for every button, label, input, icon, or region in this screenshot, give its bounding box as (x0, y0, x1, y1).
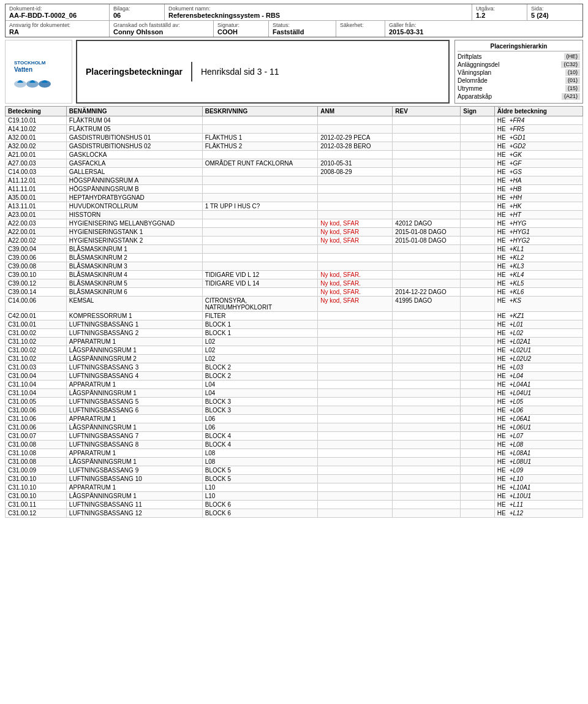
cell-anm: Ny kod, SFAR. (318, 279, 393, 288)
cell-beteckning: C31.10.04 (6, 380, 67, 389)
cell-benamning: GASKLOCKA (66, 151, 202, 159)
cell-aldre: HE+L08 (494, 441, 582, 449)
cell-benamning: LUFTNINGSBASSANG 9 (66, 466, 202, 475)
cell-aldre: HE+KL6 (494, 288, 582, 297)
table-row: C31.10.10 APPARATRUM 1 L10 HE+L10A1 (6, 483, 583, 492)
cell-benamning: BLÅSMASKINRUM 1 (66, 245, 202, 254)
cell-beteckning: C31.00.10 (6, 492, 67, 501)
doc-id-cell: Dokument-id: AA-F-BDD-T-0002_06 (6, 4, 110, 20)
cell-rev (393, 151, 461, 159)
cell-benamning: LÅGSPÄNNINGSRUM 1 (66, 458, 202, 466)
cell-aldre: HE+L06 (494, 406, 582, 415)
cell-aldre: HE+L10 (494, 475, 582, 483)
cell-benamning: LUFTNINGSBASSANG 5 (66, 398, 202, 406)
cell-beskrivning: FLÄKTHUS 2 (202, 142, 318, 151)
cell-benamning: KOMPRESSORRUM 1 (66, 312, 202, 320)
hierarchy-row: Våningsplan(10) (458, 69, 580, 77)
sida-cell: Sida: 5 (24) (527, 4, 582, 20)
galler-cell: Gäller från: 2015-03-31 (385, 21, 582, 37)
cell-sign (461, 492, 494, 501)
granskad-value: Conny Ohlsson (113, 28, 209, 36)
cell-sign (461, 271, 494, 279)
cell-beskrivning (202, 219, 318, 228)
cell-sign (461, 219, 494, 228)
hierarchy-key: Våningsplan (458, 69, 491, 76)
cell-anm (318, 312, 393, 320)
data-table: Beteckning BENÄMNING BESKRIVNING ANM REV… (5, 106, 583, 518)
cell-anm (318, 194, 393, 202)
table-row: A32.00.01 GASDISTRUBITIONSHUS 01 FLÄKTHU… (6, 134, 583, 142)
status-cell: Status: Fastställd (269, 21, 336, 37)
cell-sign (461, 346, 494, 355)
stockholm-vatten-logo: STOCKHOLM Vatten (11, 53, 66, 90)
cell-beskrivning (202, 262, 318, 271)
cell-benamning: APPARATRUM 1 (66, 380, 202, 389)
hierarchy-key: Anläggningsdel (458, 61, 499, 68)
table-row: A13.11.01 HUVUDKONTROLLRUM 1 TR UPP I HU… (6, 202, 583, 211)
sakerhet-label: Säkerhet: (340, 22, 381, 28)
doc-id-label: Dokument-id: (9, 6, 105, 12)
table-row: C31.10.04 LÅGSPÄNNINGSRUM 1 L04 HE+L04U1 (6, 389, 583, 398)
cell-sign (461, 159, 494, 168)
cell-rev: 2014-12-22 DAGO (393, 288, 461, 297)
cell-anm (318, 509, 393, 518)
granskad-cell: Granskad och fastställd av: Conny Ohlsso… (110, 21, 214, 37)
cell-rev (393, 159, 461, 168)
cell-rev (393, 125, 461, 134)
cell-beskrivning: BLOCK 2 (202, 363, 318, 372)
cell-anm: Ny kod, SFAR (318, 297, 393, 312)
sida-value: 5 (24) (531, 12, 579, 19)
cell-benamning: LUFTNINGSBASSÄNG 2 (66, 329, 202, 338)
cell-sign (461, 297, 494, 312)
cell-beskrivning (202, 254, 318, 262)
cell-benamning: KEMSAL (66, 297, 202, 312)
cell-rev: 2015-01-08 DAGO (393, 228, 461, 237)
logo-section: STOCKHOLM Vatten (5, 40, 72, 104)
cell-beteckning: A22.00.01 (6, 228, 67, 237)
cell-rev: 42012 DAGO (393, 219, 461, 228)
cell-beskrivning: FILTER (202, 312, 318, 320)
cell-sign (461, 176, 494, 185)
hierarchy-key: Apparatskåp (458, 93, 492, 100)
cell-aldre: HE+L09 (494, 466, 582, 475)
cell-benamning: GALLERSAL (66, 168, 202, 176)
cell-rev (393, 116, 461, 125)
hierarchy-key: Delområde (458, 77, 488, 84)
cell-beskrivning: L08 (202, 458, 318, 466)
cell-beskrivning: L10 (202, 492, 318, 501)
cell-rev (393, 262, 461, 271)
cell-anm (318, 449, 393, 458)
hierarchy-row: Apparatskåp(A21) (458, 93, 580, 100)
cell-sign (461, 288, 494, 297)
dokument-namn-label: Dokument namn: (168, 6, 468, 12)
table-row: A23.00.01 HISSTORN HE+HT (6, 211, 583, 219)
cell-beteckning: C39.00.06 (6, 254, 67, 262)
cell-beskrivning: BLOCK 2 (202, 372, 318, 380)
cell-aldre: HE+HB (494, 185, 582, 194)
cell-sign (461, 415, 494, 423)
cell-benamning: LÅGSPÄNNINGSRUM 1 (66, 492, 202, 501)
cell-beteckning: C31.00.10 (6, 475, 67, 483)
table-row: C14.00.03 GALLERSAL 2008-08-29 HE+GS (6, 168, 583, 176)
cell-anm (318, 355, 393, 363)
utgava-value: 1.2 (476, 12, 523, 19)
cell-sign (461, 312, 494, 320)
placement-title: Placeringsbeteckningar (77, 62, 192, 81)
cell-sign (461, 475, 494, 483)
sida-label: Sida: (531, 6, 579, 12)
table-row: C31.10.08 APPARATRUM 1 L08 HE+L08A1 (6, 449, 583, 458)
signatur-value: COOH (217, 28, 265, 36)
cell-aldre: HE+L11 (494, 501, 582, 509)
cell-beteckning: C31.00.02 (6, 329, 67, 338)
cell-beskrivning (202, 176, 318, 185)
cell-beteckning: C31.00.06 (6, 406, 67, 415)
cell-beteckning: A35.00.01 (6, 194, 67, 202)
table-row: A22.00.01 HYGIENISERINGSTANK 1 Ny kod, S… (6, 228, 583, 237)
cell-beteckning: C39.00.08 (6, 262, 67, 271)
cell-aldre: HE+KL2 (494, 254, 582, 262)
cell-beteckning: C31.00.03 (6, 363, 67, 372)
hierarchy-key: Utrymme (458, 85, 483, 92)
cell-aldre: HE+HK (494, 202, 582, 211)
hierarchy-val: (C32) (561, 61, 580, 68)
cell-sign (461, 363, 494, 372)
